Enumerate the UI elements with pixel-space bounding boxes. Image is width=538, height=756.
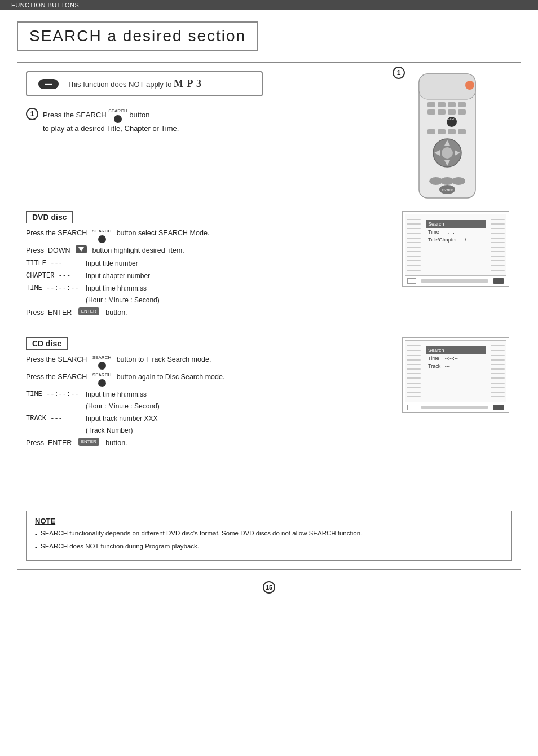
svg-marker-28 bbox=[78, 247, 84, 252]
step1-badge: 1 bbox=[26, 108, 38, 120]
dvd-footer-rect bbox=[493, 278, 504, 284]
cd-menu-search: Search bbox=[426, 346, 486, 354]
page-number-circle: 15 bbox=[263, 581, 275, 594]
search-btn-cd1: SEARCH bbox=[92, 354, 111, 370]
note-text-2: SEARCH does NOT function during Program … bbox=[41, 542, 199, 551]
dvd-label: DVD disc bbox=[26, 211, 73, 223]
svg-rect-14 bbox=[438, 129, 446, 134]
cd-track-label: TRACK --- bbox=[26, 414, 82, 424]
mp3-big-text: M P 3 bbox=[174, 78, 202, 89]
dvd-title-value: Input title number bbox=[86, 258, 138, 269]
svg-rect-4 bbox=[438, 102, 446, 107]
dvd-screen-lines-left bbox=[407, 214, 421, 275]
svg-rect-10 bbox=[458, 109, 466, 115]
search-circle-cd2 bbox=[98, 379, 106, 387]
section-title-box: SEARCH a desired section bbox=[17, 21, 258, 51]
note-item-1: • SEARCH functionality depends on differ… bbox=[35, 529, 503, 539]
section-title: SEARCH a desired section bbox=[29, 27, 246, 45]
dvd-screen: Search Time --:--:-- Title/Chapter ---/-… bbox=[402, 211, 509, 287]
svg-rect-13 bbox=[427, 129, 435, 134]
bullet-1: • bbox=[35, 530, 37, 539]
svg-rect-5 bbox=[448, 102, 456, 107]
cd-menu-track: Track --- bbox=[426, 362, 486, 370]
cd-time-label: TIME --:--:-- bbox=[26, 389, 82, 399]
header-bar: FUNCTION BUTTONS bbox=[0, 0, 538, 10]
dvd-screen-footer bbox=[405, 278, 506, 284]
step1-line2: to play at a desired Title, Chapter or T… bbox=[43, 123, 179, 134]
cd-footer-bar bbox=[421, 406, 488, 409]
note-title: NOTE bbox=[35, 517, 503, 525]
mp3-notice-text: This function does NOT apply to M P 3 bbox=[67, 78, 202, 90]
down-arrow-icon bbox=[78, 247, 85, 252]
dvd-step-search: Press the SEARCH SEARCH button select SE… bbox=[26, 228, 388, 243]
dvd-footer-bar bbox=[421, 279, 488, 283]
note-text-1: SEARCH functionality depends on differen… bbox=[41, 529, 362, 538]
cd-screen: Search Time --:--:-- Track --- bbox=[402, 337, 509, 413]
svg-rect-3 bbox=[427, 102, 435, 107]
cd-screen-outer: Search Time --:--:-- Track --- bbox=[405, 340, 506, 402]
svg-rect-8 bbox=[438, 109, 446, 115]
search-circle-cd1 bbox=[98, 362, 106, 370]
intro-row: — This function does NOT apply to M P 3 … bbox=[26, 71, 512, 203]
cd-screen-col: Search Time --:--:-- Track --- bbox=[399, 337, 512, 413]
dvd-chapter-label: CHAPTER --- bbox=[26, 271, 82, 281]
dash-icon: — bbox=[38, 79, 59, 89]
svg-rect-6 bbox=[458, 102, 466, 107]
step1-text: Press the SEARCH SEARCH button to play a… bbox=[43, 108, 179, 134]
dvd-menu-time: Time --:--:-- bbox=[426, 228, 486, 236]
step1-remote-badge: 1 bbox=[393, 67, 405, 79]
svg-text:SEARCH: SEARCH bbox=[446, 117, 458, 121]
dvd-screen-col: Search Time --:--:-- Title/Chapter ---/-… bbox=[399, 211, 512, 287]
page-wrapper: FUNCTION BUTTONS SEARCH a desired sectio… bbox=[0, 0, 538, 756]
note-item-2: • SEARCH does NOT function during Progra… bbox=[35, 542, 503, 552]
search-btn-step1: SEARCH bbox=[108, 108, 127, 123]
dvd-screen-outer: Search Time --:--:-- Title/Chapter ---/-… bbox=[405, 214, 506, 276]
svg-rect-16 bbox=[458, 129, 466, 134]
cd-screen-lines-left bbox=[407, 341, 421, 402]
page-number-area: 15 bbox=[17, 581, 521, 594]
dvd-row: DVD disc Press the SEARCH SEARCH button … bbox=[26, 211, 512, 329]
cd-time-value: Input time hh:mm:ss bbox=[86, 389, 147, 399]
dvd-section: DVD disc Press the SEARCH SEARCH button … bbox=[26, 211, 388, 318]
dvd-chapter-value: Input chapter number bbox=[86, 271, 150, 281]
cd-label: CD disc bbox=[26, 337, 68, 350]
search-circle-icon bbox=[114, 115, 122, 123]
main-content: SEARCH a desired section — This function… bbox=[0, 10, 538, 605]
cd-enter-line: Press ENTER ENTER button. bbox=[26, 438, 388, 449]
bullet-2: • bbox=[35, 543, 37, 552]
intro-left: — This function does NOT apply to M P 3 … bbox=[26, 71, 388, 143]
header-label: FUNCTION BUTTONS bbox=[11, 2, 79, 8]
cd-time-sub: (Hour : Minute : Second) bbox=[86, 402, 388, 411]
cd-screen-center: Search Time --:--:-- Track --- bbox=[425, 344, 487, 372]
cd-footer-box bbox=[407, 405, 416, 410]
svg-text:ENTER: ENTER bbox=[442, 188, 453, 192]
dvd-title-label: TITLE --- bbox=[26, 258, 82, 269]
cd-screen-footer bbox=[405, 405, 506, 410]
dvd-title-line: TITLE --- Input title number bbox=[26, 258, 388, 269]
cd-track-line: TRACK --- Input track number XXX bbox=[26, 414, 388, 424]
cd-footer-rect bbox=[493, 405, 504, 410]
cd-row: CD disc Press the SEARCH SEARCH button t… bbox=[26, 337, 512, 459]
mp3-text-before: This function does NOT apply to bbox=[67, 80, 174, 89]
step1-label-on-remote: 1 bbox=[399, 71, 495, 203]
remote-col: 1 bbox=[399, 71, 512, 203]
cd-left: CD disc Press the SEARCH SEARCH button t… bbox=[26, 337, 388, 459]
dvd-menu-search: Search bbox=[426, 220, 486, 228]
content-box: — This function does NOT apply to M P 3 … bbox=[17, 62, 521, 570]
cd-time-line: TIME --:--:-- Input time hh:mm:ss bbox=[26, 389, 388, 399]
svg-point-25 bbox=[452, 177, 465, 185]
mp3-notice: — This function does NOT apply to M P 3 bbox=[26, 71, 263, 96]
down-btn-dvd bbox=[76, 245, 87, 253]
cd-track-value: Input track number XXX bbox=[86, 414, 157, 424]
dvd-enter-line: Press ENTER ENTER button. bbox=[26, 307, 388, 318]
cd-section: CD disc Press the SEARCH SEARCH button t… bbox=[26, 337, 388, 448]
dvd-chapter-line: CHAPTER --- Input chapter number bbox=[26, 271, 388, 281]
dvd-menu-chapter: Title/Chapter ---/--- bbox=[426, 236, 486, 244]
search-btn-dvd: SEARCH bbox=[92, 228, 111, 243]
svg-rect-9 bbox=[448, 109, 456, 115]
cd-step-search1: Press the SEARCH SEARCH button to T rack… bbox=[26, 354, 388, 370]
spacer bbox=[26, 460, 512, 505]
dvd-time-sub: (Hour : Minute : Second) bbox=[86, 296, 388, 305]
search-circle-dvd bbox=[98, 235, 106, 243]
step1-instruction: 1 Press the SEARCH SEARCH button bbox=[26, 108, 388, 134]
